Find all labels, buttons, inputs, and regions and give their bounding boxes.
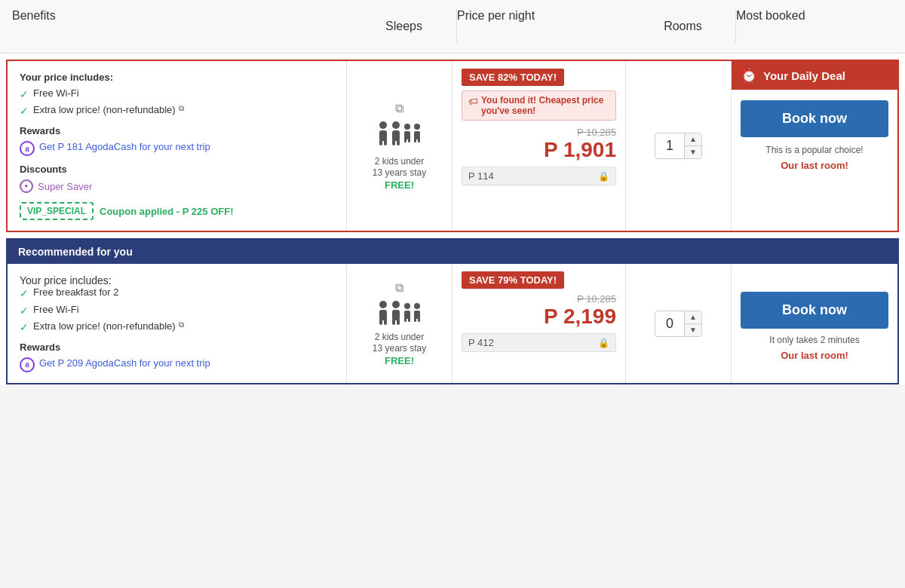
rec-booked-col: Book now It only takes 2 minutes Our las… xyxy=(732,264,897,383)
svg-rect-11 xyxy=(408,138,410,142)
rec-benefit-wifi: ✓ Free Wi-Fi xyxy=(20,304,334,317)
svg-rect-17 xyxy=(379,310,387,320)
deal-rewards-label: Rewards xyxy=(20,125,334,136)
svg-point-4 xyxy=(392,121,400,129)
rec-increment-btn[interactable]: ▲ xyxy=(685,311,701,324)
deal-booked-col: ⏰ Your Daily Deal Book now This is a pop… xyxy=(732,61,897,231)
svg-rect-21 xyxy=(392,310,400,320)
deal-increment-btn[interactable]: ▲ xyxy=(685,133,701,146)
tag-icon: 🏷 xyxy=(468,96,478,107)
deal-decrement-btn[interactable]: ▼ xyxy=(685,146,701,158)
header-rooms: Rooms xyxy=(630,9,736,44)
svg-rect-23 xyxy=(397,319,400,325)
rec-agoda-cash-icon: a xyxy=(20,357,35,372)
header-price: Price per night xyxy=(457,9,630,44)
deal-last-room-text: Our last room! xyxy=(732,155,897,176)
rec-lock-icon: 🔒 xyxy=(598,338,609,348)
agoda-cash-icon: a xyxy=(20,141,35,156)
svg-rect-22 xyxy=(392,319,395,325)
info-icon: ⧉ xyxy=(179,104,184,113)
rec-rooms-col: 0 ▲ ▼ xyxy=(626,264,732,383)
svg-rect-18 xyxy=(379,319,382,325)
deal-sleeps-col: ⧉ xyxy=(347,61,452,231)
deal-benefits-col: Your price includes: ✓ Free Wi-Fi ✓ Extr… xyxy=(8,61,347,231)
rec-family-icon xyxy=(376,299,424,329)
header-sleeps: Sleeps xyxy=(351,9,457,44)
rec-sleeps-free: FREE! xyxy=(385,355,414,366)
deal-book-now-button[interactable]: Book now xyxy=(741,100,888,137)
header-benefits: Benefits xyxy=(12,9,351,44)
rec-book-now-button[interactable]: Book now xyxy=(741,292,888,329)
svg-rect-27 xyxy=(408,317,410,322)
svg-rect-5 xyxy=(392,130,400,141)
deal-current-price: P 1,901 xyxy=(462,138,616,162)
header-most-booked: Most booked xyxy=(736,9,902,44)
svg-rect-10 xyxy=(404,138,406,142)
svg-rect-1 xyxy=(379,130,387,141)
svg-point-20 xyxy=(392,301,400,308)
rec-sleeps-text: 2 kids under 13 years stay xyxy=(373,332,426,355)
rec-save-badge: SAVE 79% TODAY! xyxy=(462,271,564,289)
rec-check-icon-1: ✓ xyxy=(20,286,29,300)
deal-sleeps-text: 2 kids under 13 years stay xyxy=(373,156,426,179)
rec-current-price: P 2,199 xyxy=(462,305,616,329)
rec-check-icon-3: ✓ xyxy=(20,320,29,334)
rec-price-col: SAVE 79% TODAY! P 10,285 P 2,199 P 412 🔒 xyxy=(452,264,626,383)
deal-tax-row: P 114 🔒 xyxy=(462,167,616,185)
svg-point-12 xyxy=(414,124,420,130)
rec-benefits-col: Your price includes: ✓ Free breakfast fo… xyxy=(8,264,347,383)
deal-agoda-cash[interactable]: a Get P 181 AgodaCash for your next trip xyxy=(20,141,334,156)
deal-sleeps-free: FREE! xyxy=(385,179,414,191)
deal-super-saver[interactable]: ✦ Super Saver xyxy=(20,179,334,193)
coupon-text: Coupon applied - P 225 OFF! xyxy=(100,206,233,217)
rec-copy-icon: ⧉ xyxy=(395,281,403,295)
rec-room-stepper[interactable]: 0 ▲ ▼ xyxy=(655,311,702,337)
copy-icon: ⧉ xyxy=(395,102,403,115)
deal-tax-price: P 114 xyxy=(468,170,494,182)
deal-original-price: P 10,285 xyxy=(462,127,616,138)
svg-rect-31 xyxy=(418,317,420,322)
deal-cheapest-text: You found it! Cheapest price you've seen… xyxy=(481,95,609,116)
deal-room-count: 1 xyxy=(655,133,685,158)
rec-banner: Recommended for you xyxy=(8,240,897,264)
rec-sleeps-col: ⧉ xyxy=(347,264,452,383)
deal-stepper-buttons[interactable]: ▲ ▼ xyxy=(685,133,701,158)
deal-save-badge: SAVE 82% TODAY! xyxy=(462,69,564,86)
deal-cheapest-banner: 🏷 You found it! Cheapest price you've se… xyxy=(462,90,616,121)
deal-popular-text: This is a popular choice! xyxy=(732,145,897,155)
svg-rect-26 xyxy=(404,317,406,322)
coupon-tag: VIP_SPECIAL xyxy=(20,202,94,220)
rec-benefit-nonrefund: ✓ Extra low price! (non-refundable) ⧉ xyxy=(20,320,334,334)
svg-rect-30 xyxy=(414,317,416,322)
daily-deal-title: Your Daily Deal xyxy=(763,69,845,82)
svg-rect-7 xyxy=(397,139,400,145)
rec-decrement-btn[interactable]: ▼ xyxy=(685,324,701,336)
check-icon-2: ✓ xyxy=(20,104,29,118)
deal-room-stepper[interactable]: 1 ▲ ▼ xyxy=(655,133,702,159)
svg-rect-6 xyxy=(392,139,395,145)
deal-discounts-label: Discounts xyxy=(20,164,334,175)
alarm-icon: ⏰ xyxy=(741,67,757,84)
lock-icon: 🔒 xyxy=(598,171,609,182)
rec-benefit-breakfast: ✓ Free breakfast for 2 xyxy=(20,286,334,300)
rec-rewards-label: Rewards xyxy=(20,341,334,353)
rec-check-icon-2: ✓ xyxy=(20,304,29,317)
rec-tax-price: P 412 xyxy=(468,337,494,348)
rec-original-price: P 10,285 xyxy=(462,293,616,305)
svg-point-28 xyxy=(414,303,420,309)
deal-coupon: VIP_SPECIAL Coupon applied - P 225 OFF! xyxy=(20,202,334,220)
table-header: Benefits Sleeps Price per night Rooms Mo… xyxy=(0,0,905,54)
rec-room-count: 0 xyxy=(655,311,685,336)
rec-stepper-buttons[interactable]: ▲ ▼ xyxy=(685,311,701,336)
deal-rooms-col: 1 ▲ ▼ xyxy=(626,61,732,231)
svg-rect-15 xyxy=(418,138,420,142)
svg-point-24 xyxy=(404,303,410,309)
recommended-row: Recommended for you Your price includes:… xyxy=(6,238,899,384)
svg-rect-19 xyxy=(384,319,387,325)
rec-tax-row: P 412 🔒 xyxy=(462,333,616,352)
rec-agoda-cash[interactable]: a Get P 209 AgodaCash for your next trip xyxy=(20,357,334,372)
daily-deal-header: ⏰ Your Daily Deal xyxy=(732,61,897,90)
deal-price-col: SAVE 82% TODAY! 🏷 You found it! Cheapest… xyxy=(452,61,626,231)
svg-point-8 xyxy=(404,124,410,130)
deal-row: Your price includes: ✓ Free Wi-Fi ✓ Extr… xyxy=(6,60,899,232)
